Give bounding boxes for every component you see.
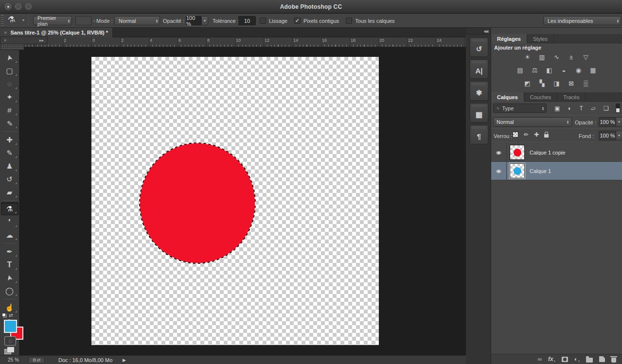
minimize-window-icon[interactable]	[15, 3, 21, 10]
layer-filter-toggle[interactable]	[616, 104, 620, 113]
screen-mode-button[interactable]	[4, 347, 16, 356]
filter-image-icon[interactable]: ▣	[554, 105, 560, 112]
close-tab-icon[interactable]: ×	[4, 30, 7, 35]
new-group-icon[interactable]	[586, 356, 593, 363]
eye-icon[interactable]: ◉	[496, 150, 501, 155]
tool-preset-caret-icon[interactable]: ▾	[22, 18, 24, 22]
panel-button-paragraph[interactable]: ¶	[470, 125, 488, 144]
brightness-contrast-adjustment-icon[interactable]: ☀	[523, 53, 532, 61]
threshold-adjustment-icon[interactable]: ◨	[552, 79, 561, 87]
panel-button-character[interactable]: A|	[470, 59, 488, 79]
black-white-adjustment-icon[interactable]: ◧	[545, 66, 554, 74]
horizontal-ruler[interactable]: 42024681012141618202224	[19, 37, 466, 47]
lock-transparency-icon[interactable]	[513, 132, 518, 138]
layer-filter-dropdown[interactable]: ♀ Type ▴▾	[493, 104, 547, 113]
filter-type-icon[interactable]: T	[580, 105, 583, 112]
tool-blur[interactable]: ❜	[1, 215, 18, 228]
add-adjustment-layer-icon[interactable]: ◐▾	[574, 356, 580, 363]
panel-button-history[interactable]: ↺	[470, 37, 488, 57]
visibility-cell[interactable]: ◉	[491, 162, 507, 180]
selective-color-adjustment-icon[interactable]: ⊠	[567, 79, 576, 87]
tool-clone-stamp[interactable]: ♟	[1, 159, 18, 173]
lock-all-icon[interactable]	[544, 134, 549, 138]
photo-filter-adjustment-icon[interactable]: ◒	[559, 66, 569, 74]
close-window-icon[interactable]	[5, 3, 11, 10]
tool-ellipse[interactable]: ◯	[1, 284, 18, 297]
tools-panel-header[interactable]: × ▸▸	[0, 36, 48, 44]
quick-mask-button[interactable]: ◌	[4, 336, 16, 346]
tool-rectangular-marquee[interactable]: ▢	[1, 64, 18, 77]
fill-caret-icon[interactable]: ▾	[616, 131, 622, 140]
curves-adjustment-icon[interactable]: ∿	[552, 53, 561, 61]
layer-opacity-field[interactable]: 100 %	[599, 117, 616, 127]
tab-styles[interactable]: Styles	[527, 34, 554, 43]
default-swap-colors[interactable]: ⇄	[2, 312, 18, 318]
filter-smart-object-icon[interactable]: ❏	[604, 105, 609, 112]
link-layers-icon[interactable]: ∞	[537, 356, 542, 363]
layer-fill-field[interactable]: 100 %	[599, 131, 616, 140]
levels-adjustment-icon[interactable]: ▥	[537, 53, 547, 61]
close-panel-icon[interactable]: ×	[4, 38, 6, 43]
tab-reglages[interactable]: Réglages	[491, 34, 527, 43]
checkbox-tous-les-calques[interactable]: Tous les calques	[346, 17, 394, 24]
tool-history-brush[interactable]: ↺	[1, 173, 18, 186]
layer-row[interactable]: ◉Calque 1	[491, 162, 622, 180]
swap-colors-icon[interactable]: ⇄	[9, 312, 13, 318]
tab-calques[interactable]: Calques	[491, 92, 524, 102]
vibrance-adjustment-icon[interactable]: ▽	[581, 53, 590, 61]
tool-lasso[interactable]: ◌	[1, 77, 18, 90]
posterize-adjustment-icon[interactable]: ▚	[537, 79, 547, 87]
mode-dropdown[interactable]: Normal ▴▾	[114, 16, 160, 25]
filter-shape-icon[interactable]: ▱	[591, 105, 595, 112]
canvas[interactable]	[91, 57, 379, 345]
tool-pen[interactable]: ✒	[1, 245, 18, 258]
tool-crop[interactable]: #	[1, 104, 18, 117]
panel-button-color[interactable]: ✾	[470, 81, 488, 101]
exposure-adjustment-icon[interactable]: ±	[567, 53, 576, 61]
panel-button-swatches[interactable]: ▦	[470, 103, 488, 122]
zoom-level-field[interactable]: 25 %	[8, 357, 19, 363]
tool-brush[interactable]: ✎	[1, 146, 18, 159]
opacity-caret-icon[interactable]: ▾	[616, 117, 622, 127]
tool-eyedropper[interactable]: ✐	[1, 117, 18, 130]
channel-mixer-adjustment-icon[interactable]: ◉	[574, 66, 583, 74]
checkbox-pixels-contigus[interactable]: ✓Pixels contigus	[294, 17, 339, 24]
zoom-window-icon[interactable]	[25, 3, 32, 10]
checkbox-icon[interactable]	[346, 17, 352, 24]
workspace-dropdown[interactable]: Les indispensables ▴▾	[543, 16, 621, 25]
tools-panel-grip[interactable]	[0, 44, 24, 50]
add-mask-icon[interactable]	[562, 357, 568, 362]
default-colors-icon[interactable]	[2, 313, 6, 317]
tab-couches[interactable]: Couches	[524, 92, 557, 102]
checkbox-icon[interactable]	[260, 17, 266, 24]
checkbox-icon[interactable]: ✓	[294, 17, 301, 24]
status-options-button[interactable]: ⚙ ⇄	[28, 357, 45, 364]
hue-saturation-adjustment-icon[interactable]: ▤	[515, 66, 525, 74]
tool-magic-wand[interactable]: ✦	[1, 90, 18, 104]
tool-path-selection[interactable]: ➤	[1, 271, 18, 284]
collapse-strip-icon[interactable]: ◀◀	[483, 29, 487, 34]
filter-adjustment-icon[interactable]: ◐	[568, 105, 571, 112]
color-balance-adjustment-icon[interactable]: ⚖	[530, 66, 539, 74]
document-tab[interactable]: × Sans titre-1 @ 25% (Calque 1, RVB/8) *	[0, 28, 113, 37]
tool-spot-healing[interactable]: ✚	[1, 133, 18, 146]
lock-position-icon[interactable]: ✚	[534, 131, 539, 138]
checkbox-lissage[interactable]: Lissage	[260, 17, 287, 24]
collapse-panel-icon[interactable]: ▸▸	[39, 38, 44, 43]
tool-dodge[interactable]: ☁	[1, 228, 18, 242]
delete-layer-icon[interactable]	[611, 356, 616, 363]
foreground-color-swatch[interactable]	[4, 320, 17, 333]
gradient-map-adjustment-icon[interactable]: ▒	[581, 79, 590, 87]
status-flyout-icon[interactable]: ▶	[123, 358, 126, 363]
eye-icon[interactable]: ◉	[496, 168, 501, 173]
tool-move[interactable]: ➤	[1, 51, 18, 64]
tool-type[interactable]: T	[1, 258, 18, 271]
paint-bucket-icon[interactable]: ⚗	[7, 14, 16, 25]
layer-thumbnail[interactable]	[510, 163, 525, 178]
blend-mode-dropdown[interactable]: Normal ▴▾	[493, 117, 572, 127]
lock-pixels-icon[interactable]: ✏	[524, 131, 529, 138]
invert-adjustment-icon[interactable]: ◩	[523, 79, 532, 87]
tab-traces[interactable]: Tracés	[557, 92, 586, 102]
new-layer-icon[interactable]	[599, 356, 605, 362]
pattern-swatch[interactable]	[75, 16, 91, 25]
